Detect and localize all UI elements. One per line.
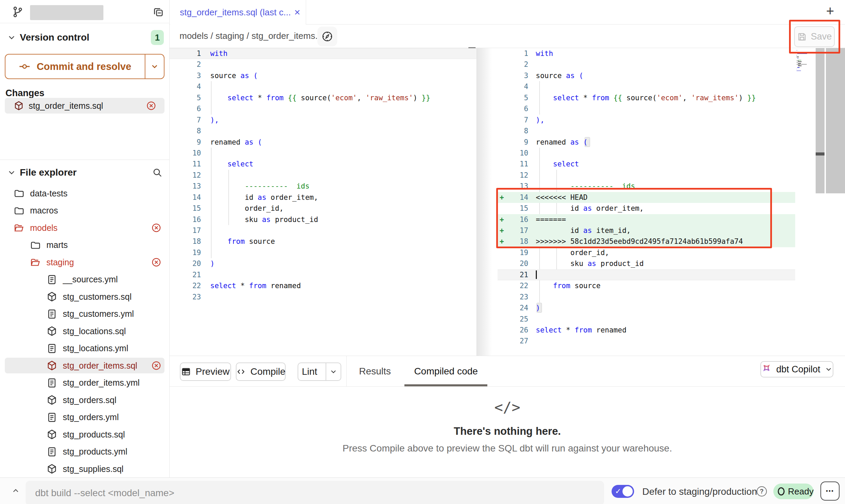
code-line[interactable]: 5 select * from {{ source('ecom', 'raw_i… (498, 92, 795, 103)
code-pane-original[interactable]: 1with23source as (45 select * from {{ so… (170, 48, 476, 302)
code-line[interactable]: 13 ---------- ids (498, 181, 795, 192)
code-line[interactable]: +16======= (498, 214, 795, 225)
code-pane-modified[interactable]: 1with23source as (45 select * from {{ so… (498, 48, 795, 347)
code-line[interactable]: +18>>>>>>> 58c1dd23d5eebd9cd2495fa7124ab… (498, 236, 795, 247)
editor-scrollbar[interactable] (826, 48, 845, 193)
git-branch-icon[interactable] (12, 6, 24, 18)
file-item-stg_customers.sql[interactable]: stg_customers.sql (0, 288, 170, 305)
code-line[interactable]: 13 ---------- ids (170, 181, 476, 192)
file-item-marts[interactable]: marts (0, 237, 170, 254)
code-line[interactable]: 23 (498, 292, 795, 302)
commit-and-resolve-button[interactable]: Commit and resolve (5, 54, 164, 79)
file-item-stg_locations.yml[interactable]: stg_locations.yml (0, 340, 170, 357)
code-line[interactable]: 19 order_id, (498, 247, 795, 258)
search-icon[interactable] (152, 167, 162, 178)
pane-divider[interactable] (476, 48, 498, 356)
code-line[interactable]: 12 (170, 170, 476, 181)
status-badge-ready[interactable]: Ready (773, 484, 814, 499)
code-line[interactable]: 22 from source (498, 280, 795, 291)
code-line[interactable]: +17 id as item_id, (498, 225, 795, 236)
code-line[interactable]: 21 (170, 269, 476, 280)
dbt-command-input[interactable] (26, 481, 604, 504)
code-line[interactable]: 20) (170, 258, 476, 269)
code-line[interactable]: 3source as ( (170, 70, 476, 81)
chevron-up-icon[interactable] (8, 483, 23, 498)
code-line[interactable]: 21 (498, 269, 795, 280)
lineage-compass-button[interactable] (317, 27, 337, 46)
tab-results[interactable]: Results (358, 356, 391, 386)
file-item-macros[interactable]: macros (0, 202, 170, 219)
save-button[interactable]: Save (794, 26, 835, 47)
copy-icon[interactable] (152, 6, 164, 18)
close-icon[interactable]: × (294, 6, 300, 18)
code-line[interactable]: 5 select * from {{ source('ecom', 'raw_i… (170, 92, 476, 103)
code-line[interactable]: 2 (170, 59, 476, 70)
defer-toggle[interactable]: ✓ (612, 485, 634, 498)
code-line[interactable]: 1with (170, 48, 476, 59)
tab-compiled-code[interactable]: Compiled code (413, 356, 478, 386)
tab-stg-order-items[interactable]: stg_order_items.sql (last c... × (170, 0, 306, 25)
code-line[interactable]: 6 (170, 103, 476, 114)
preview-button[interactable]: Preview (180, 362, 231, 381)
code-line[interactable]: 27 (498, 336, 795, 346)
file-item-stg_orders.yml[interactable]: stg_orders.yml (0, 409, 170, 426)
code-line[interactable]: 18 from source (170, 236, 476, 247)
code-line[interactable]: 16 sku as product_id (170, 214, 476, 225)
code-line[interactable]: 15 id as order_item, (498, 203, 795, 214)
discard-changes-icon[interactable] (151, 223, 161, 233)
help-icon[interactable]: ? (757, 486, 767, 496)
code-line[interactable]: 23 (170, 292, 476, 302)
dbt-copilot-button[interactable]: dbt Copilot (760, 361, 833, 377)
file-item-data-tests[interactable]: data-tests (0, 185, 170, 202)
discard-changes-icon[interactable] (146, 101, 156, 111)
minimap-scrollbar[interactable] (816, 48, 825, 193)
code-line[interactable]: 17 (170, 225, 476, 236)
discard-changes-icon[interactable] (151, 257, 161, 267)
code-line[interactable]: 26select * from renamed (498, 325, 795, 336)
code-line[interactable]: 25 (498, 314, 795, 325)
code-line[interactable]: 4 (170, 81, 476, 92)
file-explorer-section-header[interactable]: File explorer (0, 164, 169, 181)
code-line[interactable]: 7), (498, 115, 795, 125)
changed-file-row[interactable]: stg_order_items.sql (5, 98, 164, 114)
code-line[interactable]: +14<<<<<<< HEAD (498, 192, 795, 203)
code-line[interactable]: 10 (170, 148, 476, 159)
version-control-section-header[interactable]: Version control 1 (0, 29, 169, 46)
more-options-button[interactable]: ••• (820, 481, 840, 501)
commit-and-resolve-main[interactable]: Commit and resolve (5, 55, 145, 78)
code-line[interactable]: 8 (498, 125, 795, 136)
code-line[interactable]: 2 (498, 59, 795, 70)
file-item-stg_order_items.yml[interactable]: stg_order_items.yml (0, 374, 170, 391)
code-line[interactable]: 22select * from renamed (170, 280, 476, 291)
code-line[interactable]: 4 (498, 81, 795, 92)
file-item-staging[interactable]: staging (0, 254, 170, 271)
code-line[interactable]: 9renamed as ( (498, 137, 795, 148)
minimap[interactable] (797, 50, 816, 72)
file-item-stg_order_items.sql[interactable]: stg_order_items.sql (0, 357, 170, 374)
code-line[interactable]: 1with (498, 48, 795, 59)
lint-options-dropdown[interactable] (326, 363, 341, 380)
code-line[interactable]: 19 (170, 247, 476, 258)
code-line[interactable]: 9renamed as ( (170, 137, 476, 148)
code-line[interactable]: 14 id as order_item, (170, 192, 476, 203)
file-item-stg_supplies.sql[interactable]: stg_supplies.sql (0, 460, 170, 477)
lint-button[interactable]: Lint (298, 362, 341, 381)
file-item-stg_products.yml[interactable]: stg_products.yml (0, 443, 170, 460)
file-item-models[interactable]: models (0, 219, 170, 236)
new-tab-button[interactable]: + (826, 3, 834, 19)
code-line[interactable]: 11 select (170, 159, 476, 169)
compile-button[interactable]: Compile (236, 362, 286, 381)
code-line[interactable]: 20 sku as product_id (498, 258, 795, 269)
code-line[interactable]: 3source as ( (498, 70, 795, 81)
code-line[interactable]: 11 select (498, 159, 795, 169)
commit-options-dropdown[interactable] (145, 55, 164, 78)
code-line[interactable]: 10 (498, 148, 795, 159)
discard-changes-icon[interactable] (151, 360, 161, 371)
file-item-stg_customers.yml[interactable]: stg_customers.yml (0, 306, 170, 323)
file-item-stg_products.sql[interactable]: stg_products.sql (0, 426, 170, 443)
file-item-__sources.yml[interactable]: __sources.yml (0, 271, 170, 288)
code-line[interactable]: 8 (170, 125, 476, 136)
code-line[interactable]: 6 (498, 103, 795, 114)
code-line[interactable]: 24) (498, 302, 795, 313)
file-item-stg_locations.sql[interactable]: stg_locations.sql (0, 323, 170, 340)
